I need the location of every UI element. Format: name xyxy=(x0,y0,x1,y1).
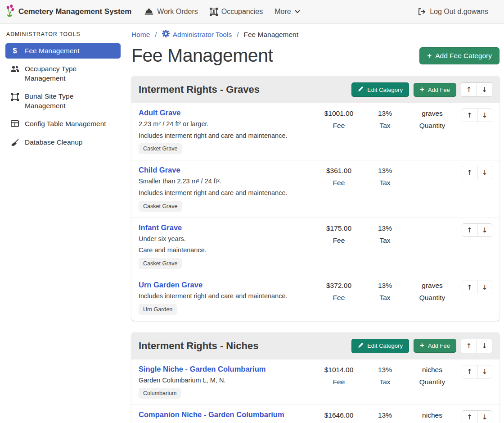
occupancy-icon xyxy=(210,8,218,16)
fee-name-link[interactable]: Single Niche - Garden Columbarium xyxy=(139,365,266,373)
sidebar-item-occupancy-type-management[interactable]: Occupancy Type Management xyxy=(5,61,121,86)
category-card-interment-rights-niches: Interment Rights - NichesEdit Category+A… xyxy=(131,332,500,423)
add-fee-button[interactable]: +Add Fee xyxy=(414,83,456,97)
quantity-column: gravesQuantity xyxy=(406,281,458,302)
move-category-down-button[interactable]: ↓ xyxy=(477,339,492,353)
fee-info: Adult Grave2.23 m² / 24 ft² or larger.In… xyxy=(139,109,314,154)
gear-icon xyxy=(162,30,170,39)
move-fee-down-button[interactable]: ↓ xyxy=(477,109,492,122)
sidebar-item-burial-site-type-management[interactable]: Burial Site Type Management xyxy=(5,89,121,114)
app-brand[interactable]: Cemetery Management System xyxy=(4,4,131,19)
pencil-icon xyxy=(358,86,364,93)
fee-name-link[interactable]: Infant Grave xyxy=(139,223,182,232)
chevron-down-icon xyxy=(295,10,300,14)
fee-amount-column: $372.00Fee xyxy=(314,281,364,302)
add-fee-label: Add Fee xyxy=(428,86,450,93)
fee-row-infant-grave: Infant GraveUnder six years.Care and mai… xyxy=(131,218,500,275)
fee-name-link[interactable]: Adult Grave xyxy=(139,109,181,117)
fee-name-link[interactable]: Child Grave xyxy=(139,166,180,174)
fee-amount-value: $175.00 xyxy=(314,224,364,232)
fee-reorder: ↑↓ xyxy=(458,223,492,237)
fee-name-link[interactable]: Companion Niche - Garden Columbarium xyxy=(139,410,284,419)
tax-column: 13%Tax xyxy=(364,109,406,130)
fee-reorder: ↑↓ xyxy=(458,281,492,294)
tax-value: 13% xyxy=(364,282,406,290)
sidebar-item-fee-management[interactable]: $Fee Management xyxy=(5,43,121,59)
quantity-value: graves xyxy=(406,282,458,290)
fee-reorder-group: ↑↓ xyxy=(462,365,492,378)
fee-description: Includes interment right and care and ma… xyxy=(139,292,311,300)
move-fee-down-button[interactable]: ↓ xyxy=(477,224,492,237)
move-category-up-button[interactable]: ↑ xyxy=(461,83,477,96)
move-category-up-button[interactable]: ↑ xyxy=(461,339,477,353)
tax-value: 13% xyxy=(364,366,406,374)
breadcrumb-administrator-tools[interactable]: Administrator Tools xyxy=(162,30,232,39)
main-nav: Work OrdersOccupanciesMore xyxy=(139,4,306,20)
move-fee-up-button[interactable]: ↑ xyxy=(462,224,477,237)
edit-category-button[interactable]: Edit Category xyxy=(351,82,409,97)
nav-link-occupancies[interactable]: Occupancies xyxy=(204,4,269,20)
move-fee-down-button[interactable]: ↓ xyxy=(477,411,492,423)
dollar-icon: $ xyxy=(10,47,20,55)
fee-amount-column: $1646.00Fee xyxy=(314,410,364,423)
pencil-icon xyxy=(358,342,364,350)
broom-icon xyxy=(10,139,20,147)
tax-column: 13%Tax xyxy=(364,365,406,386)
logout-link[interactable]: Log Out d.gowans xyxy=(412,4,494,20)
move-fee-up-button[interactable]: ↑ xyxy=(462,109,477,122)
tulip-logo-icon xyxy=(4,4,15,19)
fee-row-child-grave: Child GraveSmaller than 2.23 m² / 24 ft²… xyxy=(131,160,500,217)
nav-link-label: Work Orders xyxy=(157,8,198,16)
tax-label: Tax xyxy=(364,294,406,302)
fee-name-link[interactable]: Urn Garden Grave xyxy=(139,281,202,289)
fee-info: Urn Garden GraveIncludes interment right… xyxy=(139,281,314,315)
move-fee-down-button[interactable]: ↓ xyxy=(477,365,492,378)
fee-reorder-group: ↑↓ xyxy=(462,166,492,179)
move-category-down-button[interactable]: ↓ xyxy=(477,83,492,96)
sign-out-icon xyxy=(418,8,426,15)
breadcrumb-home[interactable]: Home xyxy=(131,31,150,39)
category-reorder-group: ↑↓ xyxy=(461,82,492,97)
fee-type-badge: Casket Grave xyxy=(139,143,182,154)
move-fee-down-button[interactable]: ↓ xyxy=(477,281,492,294)
edit-category-button[interactable]: Edit Category xyxy=(351,339,409,353)
fee-amount-value: $1014.00 xyxy=(314,366,364,374)
add-fee-category-label: Add Fee Category xyxy=(435,52,492,60)
fee-reorder-group: ↑↓ xyxy=(462,410,492,423)
tax-label: Tax xyxy=(364,122,406,130)
hard-hat-icon xyxy=(144,8,153,15)
tax-value: 13% xyxy=(364,411,406,419)
vector-square-icon xyxy=(10,93,20,101)
users-icon xyxy=(10,65,20,73)
fee-reorder: ↑↓ xyxy=(458,109,492,122)
fee-description: Smaller than 2.23 m² / 24 ft². xyxy=(139,177,311,185)
fee-info: Child GraveSmaller than 2.23 m² / 24 ft²… xyxy=(139,166,314,211)
tax-value: 13% xyxy=(364,109,406,118)
sidebar-item-database-cleanup[interactable]: Database Cleanup xyxy=(5,135,121,150)
quantity-label: Quantity xyxy=(406,122,458,130)
move-fee-up-button[interactable]: ↑ xyxy=(462,365,477,378)
tax-column: 13%Tax xyxy=(364,281,406,302)
fee-amount-label: Fee xyxy=(314,237,364,245)
top-navbar: Cemetery Management System Work OrdersOc… xyxy=(0,0,504,24)
move-fee-up-button[interactable]: ↑ xyxy=(462,411,477,423)
sidebar-item-config-table-management[interactable]: Config Table Management xyxy=(5,116,121,132)
move-fee-down-button[interactable]: ↓ xyxy=(477,166,492,179)
nav-link-work-orders[interactable]: Work Orders xyxy=(139,4,203,20)
quantity-column: nichesQuantity xyxy=(406,410,458,423)
breadcrumb: Home/Administrator Tools/Fee Management xyxy=(131,30,500,39)
add-fee-category-button[interactable]: + Add Fee Category xyxy=(419,47,500,64)
move-fee-up-button[interactable]: ↑ xyxy=(462,166,477,179)
add-fee-button[interactable]: +Add Fee xyxy=(414,339,456,353)
fee-reorder-group: ↑↓ xyxy=(462,281,492,294)
move-fee-up-button[interactable]: ↑ xyxy=(462,281,477,294)
tax-label: Tax xyxy=(364,237,406,245)
fee-reorder: ↑↓ xyxy=(458,365,492,378)
admin-tools-sidebar: ADMINISTRATOR TOOLS $Fee ManagementOccup… xyxy=(0,24,126,423)
fee-type-badge: Columbarium xyxy=(139,388,181,399)
add-fee-label: Add Fee xyxy=(428,342,450,349)
fee-type-badge: Casket Grave xyxy=(139,258,182,269)
breadcrumb-separator: / xyxy=(237,31,238,39)
tax-column: 13%Tax xyxy=(364,223,406,245)
nav-link-more[interactable]: More xyxy=(269,4,306,20)
